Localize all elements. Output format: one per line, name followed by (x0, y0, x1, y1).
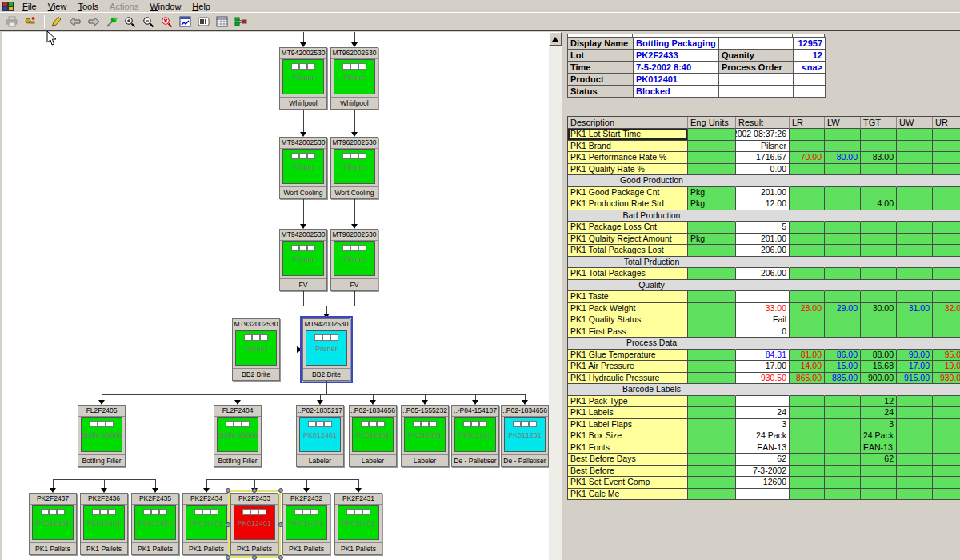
cell-lr[interactable] (790, 257, 825, 269)
cell-result[interactable] (736, 175, 790, 187)
lot-node[interactable]: ..P02-1834656 PK012401 Labeler (349, 405, 397, 467)
cell-eng-units[interactable] (688, 314, 736, 326)
column-header[interactable]: UW (897, 117, 933, 129)
cell-eng-units[interactable] (688, 442, 736, 454)
cell-lw[interactable]: 15.00 (825, 361, 861, 373)
cell-ur[interactable] (933, 268, 960, 280)
cell-result[interactable]: 0.00 (736, 164, 790, 176)
cell-description[interactable]: Best Before Days (568, 454, 688, 466)
edit-button[interactable] (47, 14, 66, 30)
cell-result[interactable]: 7-5-2002 08:37:26 (736, 129, 790, 141)
cell-lr[interactable] (790, 129, 825, 141)
cell-tgt[interactable] (861, 257, 897, 269)
cell-tgt[interactable]: 16.68 (861, 361, 897, 373)
cell-lw[interactable] (825, 430, 861, 442)
cell-result[interactable] (736, 291, 790, 303)
cell-uw[interactable] (897, 407, 933, 419)
cell-tgt[interactable]: 30.00 (861, 303, 897, 315)
cell-result[interactable] (736, 489, 790, 501)
cell-ur[interactable] (933, 466, 960, 478)
lot-node[interactable]: PK2F2434 PK012401 PK1 Pallets (182, 493, 230, 555)
cell-lr[interactable] (790, 326, 825, 338)
cell-eng-units[interactable] (688, 222, 736, 234)
cell-eng-units[interactable] (688, 268, 736, 280)
menu-item[interactable]: Window (144, 2, 186, 11)
cell-result[interactable]: 3 (736, 419, 790, 431)
cell-description[interactable]: PK1 Box Size (568, 430, 688, 442)
cell-lw[interactable] (825, 280, 861, 292)
cell-uw[interactable] (897, 222, 933, 234)
menu-item[interactable]: Tools (72, 2, 104, 11)
cell-eng-units[interactable] (688, 454, 736, 466)
cell-result[interactable]: 1716.67 (736, 152, 790, 164)
cell-lw[interactable]: 29.00 (825, 303, 861, 315)
lot-node[interactable]: MT962002530 Pilsner Wort Cooling (330, 137, 378, 199)
cell-lw[interactable] (825, 141, 861, 153)
lot-node[interactable]: MT962002530 Pilsner FV (330, 229, 378, 291)
cell-ur[interactable]: 32.00 (933, 303, 960, 315)
cell-tgt[interactable]: EAN-13 (861, 442, 897, 454)
cell-eng-units[interactable] (688, 489, 736, 501)
cell-result[interactable]: 5 (736, 222, 790, 234)
cell-description[interactable]: PK1 Hydraulic Pressure (568, 373, 688, 385)
cell-lw[interactable]: 885.00 (825, 373, 861, 385)
cell-uw[interactable] (897, 152, 933, 164)
cell-ur[interactable] (933, 384, 960, 396)
lot-node[interactable]: ..P05-1555232 PK012401 Labeler (401, 405, 449, 467)
report-button[interactable] (176, 14, 194, 30)
cell-result[interactable]: 33.00 (736, 303, 790, 315)
lot-node[interactable]: MT962002530 Pilsner Whirlpool (330, 47, 378, 110)
cell-tgt[interactable] (861, 489, 897, 501)
cell-eng-units[interactable] (688, 361, 736, 373)
cell-lr[interactable] (790, 234, 825, 246)
cell-lr[interactable] (790, 141, 825, 153)
cell-tgt[interactable]: 900.00 (861, 373, 897, 385)
cell-description[interactable]: PK1 Production Rate Std (568, 198, 688, 210)
cell-lw[interactable] (825, 466, 861, 478)
cell-description[interactable]: PK1 Pack Type (568, 396, 688, 408)
cell-result[interactable]: EAN-13 (736, 442, 790, 454)
cell-tgt[interactable] (861, 314, 897, 326)
cell-lw[interactable] (825, 175, 861, 187)
cell-eng-units[interactable] (688, 466, 736, 478)
cell-ur[interactable] (933, 326, 960, 338)
cell-lr[interactable]: 81.00 (790, 350, 825, 362)
cell-eng-units[interactable]: Pkg (688, 198, 736, 210)
cell-result[interactable]: 24 (736, 407, 790, 419)
cell-lr[interactable] (790, 396, 825, 408)
cell-tgt[interactable] (861, 210, 897, 222)
cell-tgt[interactable] (861, 291, 897, 303)
cell-lr[interactable] (790, 384, 825, 396)
cell-tgt[interactable]: 12 (861, 396, 897, 408)
cell-description[interactable]: PK1 Total Packages Lost (568, 245, 688, 257)
cell-lw[interactable] (825, 454, 861, 466)
cell-lr[interactable] (790, 187, 825, 199)
lot-node[interactable]: PK2F2435 PK012401 PK1 Pallets (131, 493, 179, 555)
cell-eng-units[interactable] (688, 326, 736, 338)
cell-lw[interactable] (825, 314, 861, 326)
column-header[interactable]: LR (790, 117, 825, 129)
cell-ur[interactable] (933, 129, 960, 141)
cell-result[interactable]: 930.50 (736, 373, 790, 385)
cell-result[interactable]: 24 Pack (736, 430, 790, 442)
login-button[interactable] (21, 14, 39, 30)
lot-node[interactable]: PK2F2431 PK012401 PK1 Pallets (334, 493, 382, 555)
zoom-in-button[interactable] (121, 14, 139, 30)
column-header[interactable]: LW (825, 117, 861, 129)
cell-description[interactable]: PK1 Labels (568, 407, 688, 419)
cell-uw[interactable] (897, 187, 933, 199)
cell-uw[interactable] (897, 245, 933, 257)
cell-ur[interactable] (933, 152, 960, 164)
cell-result[interactable] (736, 257, 790, 269)
cell-description[interactable]: PK1 Qulaity Reject Amount (568, 234, 688, 246)
cell-description[interactable]: PK1 Calc Me (568, 489, 688, 501)
cell-ur[interactable] (933, 291, 960, 303)
cell-lw[interactable] (825, 222, 861, 234)
cell-result[interactable]: 206.00 (736, 268, 790, 280)
cell-uw[interactable] (897, 466, 933, 478)
cell-result[interactable] (736, 280, 790, 292)
cell-result[interactable]: 17.00 (736, 361, 790, 373)
cell-description[interactable]: PK1 Taste (568, 291, 688, 303)
cell-uw[interactable]: 31.00 (897, 303, 933, 315)
cell-result[interactable] (736, 338, 790, 350)
